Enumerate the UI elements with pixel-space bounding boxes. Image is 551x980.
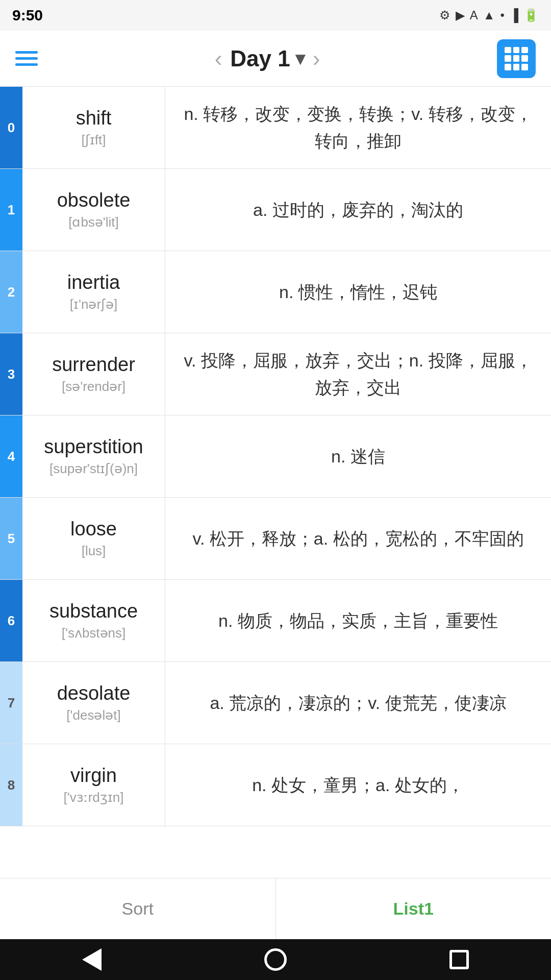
word-cell: loose [lus] [22,498,165,579]
row-index: 4 [0,415,22,497]
word-phonetic: [ɪ'nərʃə] [70,297,118,312]
word-phonetic: [ɑbsə'lit] [68,214,119,230]
word-definition: n. 迷信 [165,415,551,497]
word-list: 0 shift [ʃɪft] n. 转移，改变，变换，转换；v. 转移，改变，转… [0,87,551,826]
word-cell: obsolete [ɑbsə'lit] [22,169,165,251]
back-button[interactable] [77,944,107,975]
recent-button[interactable] [444,944,474,975]
word-english: surrender [52,354,135,376]
row-index: 8 [0,744,22,826]
settings-icon: ⚙ [439,8,450,22]
grid-icon [505,47,528,70]
table-row[interactable]: 1 obsolete [ɑbsə'lit] a. 过时的，废弃的，淘汰的 [0,169,551,251]
table-row[interactable]: 3 surrender [sə'rendər] v. 投降，屈服，放弃，交出；n… [0,333,551,415]
top-nav: ‹ Day 1 ▾ › [0,31,551,87]
back-icon [82,948,102,971]
word-english: shift [76,107,112,129]
table-row[interactable]: 4 superstition [supər'stɪʃ(ə)n] n. 迷信 [0,415,551,498]
word-phonetic: ['vɜːrdʒɪn] [64,790,124,805]
a-icon: A [470,8,478,22]
battery-icon: 🔋 [523,8,539,22]
tab-sort[interactable]: Sort [0,878,276,939]
row-index: 0 [0,87,22,168]
row-index: 5 [0,498,22,579]
status-bar: 9:50 ⚙ ▶ A ▲ • ▐ 🔋 [0,0,551,31]
tab-list1[interactable]: List1 [276,878,552,939]
dot-icon: • [500,8,505,22]
row-index: 1 [0,169,22,251]
word-cell: substance ['sʌbstəns] [22,580,165,662]
word-english: virgin [70,765,117,787]
word-cell: desolate ['desələt] [22,662,165,744]
word-definition: a. 过时的，废弃的，淘汰的 [165,169,551,251]
word-phonetic: [lus] [82,543,106,559]
word-definition: n. 处女，童男；a. 处女的， [165,744,551,826]
system-nav-bar [0,939,551,980]
word-cell: inertia [ɪ'nərʃə] [22,251,165,333]
word-english: loose [70,518,117,540]
home-icon [264,948,287,971]
word-english: obsolete [57,189,131,211]
word-cell: shift [ʃɪft] [22,87,165,168]
word-cell: superstition [supər'stɪʃ(ə)n] [22,415,165,497]
signal-icon: ▐ [510,8,518,22]
word-phonetic: [sə'rendər] [62,379,126,395]
word-definition: n. 惯性，惰性，迟钝 [165,251,551,333]
word-definition: n. 转移，改变，变换，转换；v. 转移，改变，转向，推卸 [165,87,551,168]
row-index: 7 [0,662,22,744]
word-cell: virgin ['vɜːrdʒɪn] [22,744,165,826]
word-english: inertia [67,272,120,293]
word-phonetic: ['desələt] [66,707,120,723]
next-button[interactable]: › [313,47,320,70]
prev-button[interactable]: ‹ [215,47,222,70]
table-row[interactable]: 7 desolate ['desələt] a. 荒凉的，凄凉的；v. 使荒芜，… [0,662,551,744]
page-title[interactable]: Day 1 ▾ [230,46,304,71]
chevron-down-icon: ▾ [295,48,305,69]
status-icons: ⚙ ▶ A ▲ • ▐ 🔋 [439,8,539,22]
nav-title-area: ‹ Day 1 ▾ › [215,46,320,71]
home-button[interactable] [260,944,291,975]
table-row[interactable]: 2 inertia [ɪ'nərʃə] n. 惯性，惰性，迟钝 [0,251,551,333]
row-index: 6 [0,580,22,662]
word-english: desolate [57,682,131,704]
row-index: 3 [0,333,22,415]
word-phonetic: [ʃɪft] [82,132,106,148]
table-row[interactable]: 6 substance ['sʌbstəns] n. 物质，物品，实质，主旨，重… [0,580,551,662]
row-index: 2 [0,251,22,333]
word-definition: v. 松开，释放；a. 松的，宽松的，不牢固的 [165,498,551,579]
status-time: 9:50 [12,7,43,24]
table-row[interactable]: 5 loose [lus] v. 松开，释放；a. 松的，宽松的，不牢固的 [0,498,551,580]
bottom-tab-bar: SortList1 [0,878,551,939]
recent-icon [449,950,469,969]
word-cell: surrender [sə'rendər] [22,333,165,415]
word-phonetic: [supər'stɪʃ(ə)n] [49,461,138,477]
word-english: superstition [44,436,143,458]
word-definition: v. 投降，屈服，放弃，交出；n. 投降，屈服，放弃，交出 [165,333,551,415]
word-definition: a. 荒凉的，凄凉的；v. 使荒芜，使凄凉 [165,662,551,744]
hamburger-menu[interactable] [15,51,38,66]
table-row[interactable]: 0 shift [ʃɪft] n. 转移，改变，变换，转换；v. 转移，改变，转… [0,87,551,169]
grid-view-button[interactable] [497,39,536,78]
word-definition: n. 物质，物品，实质，主旨，重要性 [165,580,551,662]
word-phonetic: ['sʌbstəns] [62,625,126,641]
wifi-icon: ▲ [483,8,495,22]
word-english: substance [49,600,138,622]
play-icon: ▶ [456,8,465,22]
table-row[interactable]: 8 virgin ['vɜːrdʒɪn] n. 处女，童男；a. 处女的， [0,744,551,826]
